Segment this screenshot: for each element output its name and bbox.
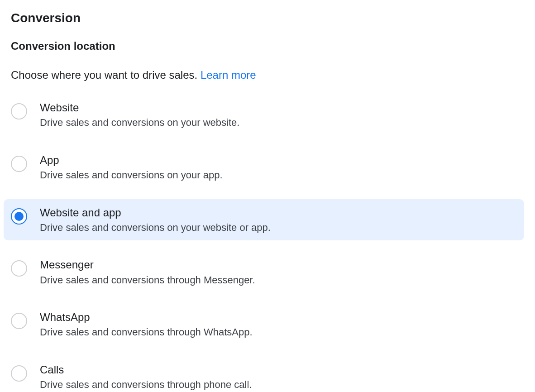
radio-option-messenger[interactable]: Messenger Drive sales and conversions th… bbox=[4, 251, 524, 293]
option-description: Drive sales and conversions through phon… bbox=[40, 378, 252, 392]
option-label: WhatsApp bbox=[40, 310, 253, 324]
section-title: Conversion bbox=[11, 11, 524, 25]
radio-icon bbox=[11, 208, 27, 225]
option-text: Calls Drive sales and conversions throug… bbox=[40, 363, 252, 392]
radio-icon bbox=[11, 313, 27, 329]
learn-more-link[interactable]: Learn more bbox=[201, 69, 256, 81]
option-label: Messenger bbox=[40, 258, 255, 272]
option-description: Drive sales and conversions through What… bbox=[40, 326, 253, 339]
option-text: App Drive sales and conversions on your … bbox=[40, 153, 223, 182]
subsection-title: Conversion location bbox=[11, 40, 524, 53]
radio-option-whatsapp[interactable]: WhatsApp Drive sales and conversions thr… bbox=[4, 304, 524, 345]
radio-option-app[interactable]: App Drive sales and conversions on your … bbox=[4, 147, 524, 188]
radio-option-website-and-app[interactable]: Website and app Drive sales and conversi… bbox=[4, 199, 524, 241]
radio-option-website[interactable]: Website Drive sales and conversions on y… bbox=[4, 94, 524, 136]
radio-option-calls[interactable]: Calls Drive sales and conversions throug… bbox=[4, 356, 524, 392]
description-row: Choose where you want to drive sales. Le… bbox=[11, 69, 524, 81]
option-description: Drive sales and conversions through Mess… bbox=[40, 274, 255, 287]
radio-icon bbox=[11, 156, 27, 172]
description-text: Choose where you want to drive sales. bbox=[11, 69, 201, 81]
option-text: Website Drive sales and conversions on y… bbox=[40, 100, 239, 129]
option-label: Website and app bbox=[40, 206, 271, 220]
option-label: App bbox=[40, 153, 223, 167]
option-label: Website bbox=[40, 100, 239, 115]
radio-icon bbox=[11, 260, 27, 277]
option-text: Website and app Drive sales and conversi… bbox=[40, 206, 271, 234]
option-text: WhatsApp Drive sales and conversions thr… bbox=[40, 310, 253, 339]
option-description: Drive sales and conversions on your webs… bbox=[40, 221, 271, 234]
option-text: Messenger Drive sales and conversions th… bbox=[40, 258, 255, 287]
option-description: Drive sales and conversions on your webs… bbox=[40, 116, 239, 129]
conversion-location-options: Website Drive sales and conversions on y… bbox=[11, 94, 524, 392]
option-description: Drive sales and conversions on your app. bbox=[40, 169, 223, 182]
radio-icon bbox=[11, 365, 27, 382]
radio-icon bbox=[11, 103, 27, 120]
option-label: Calls bbox=[40, 363, 252, 377]
